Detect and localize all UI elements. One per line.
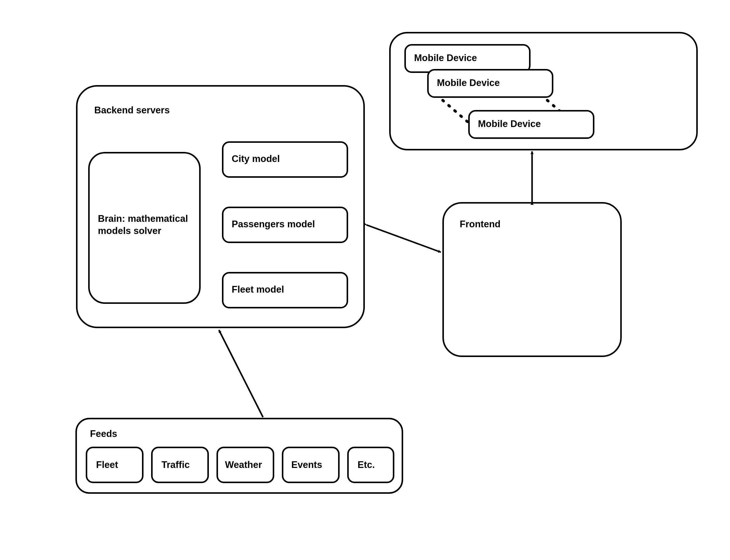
passengers-model-label: Passengers model bbox=[232, 219, 315, 230]
feed-etc-label: Etc. bbox=[357, 459, 375, 470]
arrow-backend-frontend bbox=[367, 225, 441, 252]
feed-traffic-label: Traffic bbox=[161, 459, 190, 470]
mobile-device-1-label: Mobile Device bbox=[414, 53, 477, 64]
backend-title: Backend servers bbox=[94, 105, 170, 116]
feed-events-label: Events bbox=[291, 459, 322, 470]
mobile-device-2-label: Mobile Device bbox=[437, 77, 500, 88]
feeds-title: Feeds bbox=[90, 428, 117, 439]
brain-label: Brain: mathematical models solver bbox=[98, 213, 189, 237]
feed-fleet-label: Fleet bbox=[96, 459, 118, 470]
city-model-label: City model bbox=[232, 153, 280, 164]
feed-weather-label: Weather bbox=[225, 459, 262, 470]
arrow-feeds-backend bbox=[219, 330, 263, 417]
fleet-model-label: Fleet model bbox=[232, 284, 284, 295]
frontend-title: Frontend bbox=[460, 219, 501, 230]
mobile-device-3-label: Mobile Device bbox=[478, 119, 541, 129]
architecture-diagram: Backend servers Brain: mathematical mode… bbox=[0, 0, 730, 560]
